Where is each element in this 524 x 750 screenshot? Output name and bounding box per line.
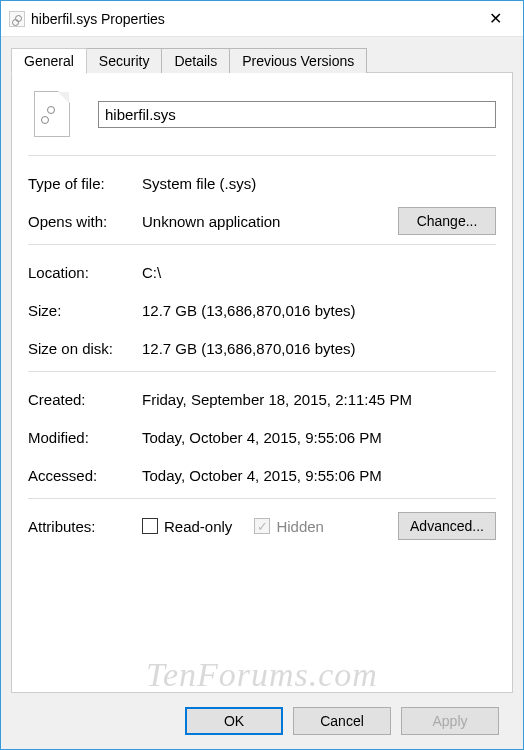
apply-button: Apply [401, 707, 499, 735]
filename-row [28, 91, 496, 137]
tab-previous-versions[interactable]: Previous Versions [229, 48, 367, 73]
cancel-button[interactable]: Cancel [293, 707, 391, 735]
separator [28, 155, 496, 156]
tab-strip: General Security Details Previous Versio… [11, 48, 513, 73]
client-area: General Security Details Previous Versio… [1, 37, 523, 749]
hidden-checkbox: ✓ [254, 518, 270, 534]
window-title: hiberfil.sys Properties [31, 11, 475, 27]
ok-button[interactable]: OK [185, 707, 283, 735]
tab-details[interactable]: Details [161, 48, 230, 73]
dialog-footer: OK Cancel Apply [11, 693, 513, 749]
value-modified: Today, October 4, 2015, 9:55:06 PM [142, 429, 496, 446]
label-location: Location: [28, 264, 142, 281]
value-size: 12.7 GB (13,686,870,016 bytes) [142, 302, 496, 319]
hidden-label: Hidden [276, 518, 324, 535]
label-type: Type of file: [28, 175, 142, 192]
value-opens-with: Unknown application [142, 213, 398, 230]
row-type: Type of file: System file (.sys) [28, 168, 496, 198]
titlebar-icon [9, 11, 25, 27]
titlebar: hiberfil.sys Properties ✕ [1, 1, 523, 37]
value-accessed: Today, October 4, 2015, 9:55:06 PM [142, 467, 496, 484]
readonly-label: Read-only [164, 518, 232, 535]
label-modified: Modified: [28, 429, 142, 446]
filename-field[interactable] [98, 101, 496, 128]
row-size-on-disk: Size on disk: 12.7 GB (13,686,870,016 by… [28, 333, 496, 363]
file-icon [34, 91, 70, 137]
label-opens-with: Opens with: [28, 213, 142, 230]
row-created: Created: Friday, September 18, 2015, 2:1… [28, 384, 496, 414]
readonly-checkbox[interactable] [142, 518, 158, 534]
value-size-on-disk: 12.7 GB (13,686,870,016 bytes) [142, 340, 496, 357]
value-created: Friday, September 18, 2015, 2:11:45 PM [142, 391, 496, 408]
row-size: Size: 12.7 GB (13,686,870,016 bytes) [28, 295, 496, 325]
row-opens-with: Opens with: Unknown application Change..… [28, 206, 496, 236]
separator [28, 371, 496, 372]
row-location: Location: C:\ [28, 257, 496, 287]
value-location: C:\ [142, 264, 496, 281]
tab-general[interactable]: General [11, 48, 87, 74]
separator [28, 498, 496, 499]
close-button[interactable]: ✕ [475, 1, 515, 37]
label-size: Size: [28, 302, 142, 319]
advanced-button[interactable]: Advanced... [398, 512, 496, 540]
label-attributes: Attributes: [28, 518, 142, 535]
properties-dialog: hiberfil.sys Properties ✕ General Securi… [0, 0, 524, 750]
tab-security[interactable]: Security [86, 48, 163, 73]
label-size-on-disk: Size on disk: [28, 340, 142, 357]
separator [28, 244, 496, 245]
row-attributes: Attributes: Read-only ✓ Hidden Advanced.… [28, 511, 496, 541]
change-button[interactable]: Change... [398, 207, 496, 235]
value-type: System file (.sys) [142, 175, 496, 192]
row-accessed: Accessed: Today, October 4, 2015, 9:55:0… [28, 460, 496, 490]
tab-panel-general: Type of file: System file (.sys) Opens w… [11, 72, 513, 693]
label-created: Created: [28, 391, 142, 408]
row-modified: Modified: Today, October 4, 2015, 9:55:0… [28, 422, 496, 452]
label-accessed: Accessed: [28, 467, 142, 484]
